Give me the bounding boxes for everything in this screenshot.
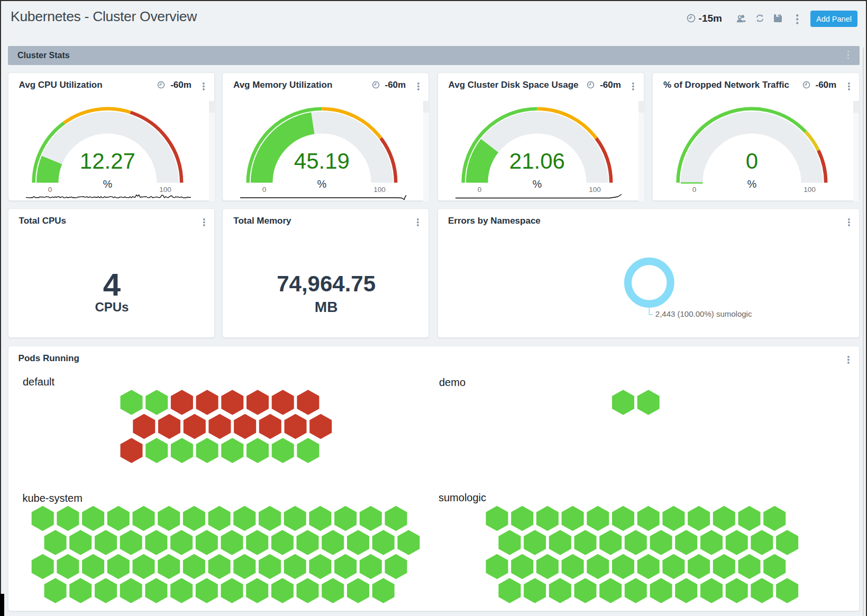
svg-text:100: 100 bbox=[159, 186, 171, 194]
svg-text:100: 100 bbox=[589, 186, 601, 194]
svg-text:%: % bbox=[747, 178, 757, 190]
svg-text:0: 0 bbox=[746, 149, 758, 173]
svg-text:0: 0 bbox=[692, 186, 697, 194]
svg-text:2,443 (100.00%) sumologic: 2,443 (100.00%) sumologic bbox=[655, 310, 752, 319]
svg-text:%: % bbox=[317, 178, 327, 190]
svg-text:%: % bbox=[103, 178, 112, 190]
svg-text:45.19: 45.19 bbox=[294, 149, 350, 173]
svg-text:100: 100 bbox=[373, 186, 386, 194]
svg-text:100: 100 bbox=[804, 186, 816, 194]
svg-text:0: 0 bbox=[48, 186, 52, 194]
svg-text:12.27: 12.27 bbox=[79, 149, 135, 173]
svg-text:%: % bbox=[532, 178, 542, 190]
svg-text:21.06: 21.06 bbox=[509, 149, 564, 173]
svg-text:0: 0 bbox=[477, 186, 481, 194]
svg-text:0: 0 bbox=[262, 186, 267, 194]
